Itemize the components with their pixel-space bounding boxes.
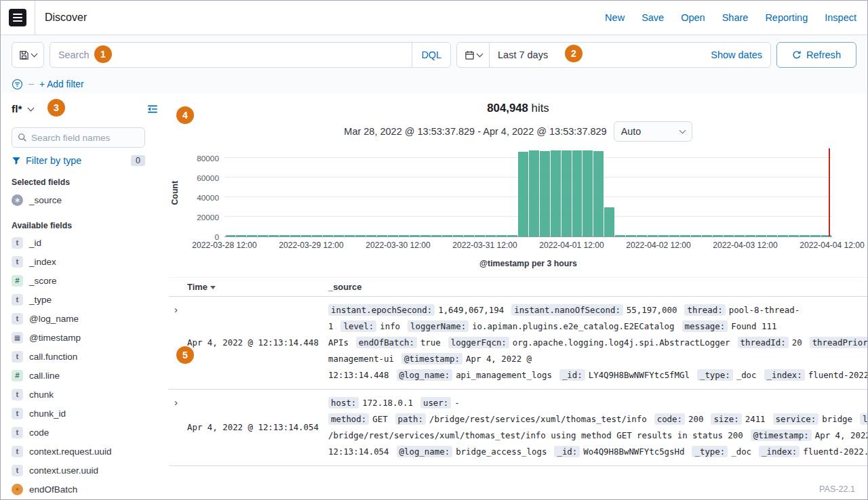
filter-by-type-button[interactable]: Filter by type 0	[12, 155, 145, 166]
saved-query-button[interactable]	[12, 42, 44, 68]
field-item[interactable]: t @log_name	[12, 309, 158, 328]
time-column-header[interactable]: Time	[187, 282, 328, 292]
histogram-bar[interactable]	[377, 235, 387, 236]
histogram-bar[interactable]	[583, 150, 593, 236]
histogram-bar[interactable]	[518, 152, 528, 236]
histogram-bar[interactable]	[323, 235, 333, 236]
histogram-bar[interactable]	[713, 235, 723, 236]
field-item[interactable]: # _score	[12, 271, 158, 290]
histogram-bar[interactable]	[486, 235, 496, 236]
histogram-bar[interactable]	[258, 235, 268, 236]
histogram-bar[interactable]	[236, 235, 246, 236]
histogram-bar[interactable]	[410, 235, 420, 236]
histogram-bar[interactable]	[756, 235, 766, 236]
histogram-bar[interactable]	[745, 235, 755, 236]
menu-icon[interactable]	[9, 9, 26, 26]
histogram-bar[interactable]	[551, 150, 561, 236]
histogram-bar[interactable]	[420, 235, 431, 236]
histogram-bar[interactable]	[290, 235, 300, 236]
field-item[interactable]: t context.request.uuid	[12, 442, 158, 461]
filter-circle-icon[interactable]	[12, 79, 23, 90]
refresh-button[interactable]: Refresh	[776, 42, 856, 68]
query-bar: DQL Last 7 days Show dates Refresh	[1, 35, 867, 75]
histogram-bar[interactable]	[226, 235, 236, 236]
histogram-bar[interactable]	[442, 235, 452, 236]
field-item[interactable]: ∗ _source	[12, 190, 158, 209]
histogram-bar[interactable]	[810, 235, 821, 236]
inspect-button[interactable]: Inspect	[825, 12, 856, 23]
query-language-button[interactable]: DQL	[412, 43, 450, 67]
hits-count-line: 804,948 hits	[169, 102, 867, 115]
histogram-bar[interactable]	[344, 235, 355, 236]
histogram-bar[interactable]	[572, 150, 583, 236]
search-icon	[18, 133, 27, 142]
field-item[interactable]: # call.line	[12, 366, 158, 385]
histogram-bar[interactable]	[691, 235, 701, 236]
histogram-bar[interactable]	[247, 235, 257, 236]
histogram-bar[interactable]	[388, 235, 398, 236]
histogram-bar[interactable]	[615, 235, 625, 236]
histogram-bar[interactable]	[366, 235, 376, 236]
field-item[interactable]: t context.user.uuid	[12, 461, 158, 480]
histogram-bar[interactable]	[269, 235, 279, 236]
field-item[interactable]: t _type	[12, 290, 158, 309]
histogram-bar[interactable]	[789, 235, 799, 236]
field-search-input[interactable]	[31, 133, 139, 143]
reporting-button[interactable]: Reporting	[765, 12, 808, 23]
add-filter-button[interactable]: + Add filter	[39, 79, 84, 89]
histogram-bar[interactable]	[475, 235, 485, 236]
histogram-bar[interactable]	[648, 235, 658, 236]
index-pattern-switcher[interactable]: fl*	[12, 103, 22, 115]
share-button[interactable]: Share	[722, 12, 749, 23]
collapse-sidebar-icon[interactable]	[147, 104, 158, 114]
histogram-bar[interactable]	[301, 235, 311, 236]
histogram-bar[interactable]	[561, 150, 572, 236]
histogram-bar[interactable]	[734, 235, 745, 236]
histogram-bar[interactable]	[593, 151, 604, 236]
histogram-bar[interactable]	[529, 150, 539, 236]
histogram-bar[interactable]	[626, 235, 636, 236]
histogram-bar[interactable]	[800, 235, 810, 236]
histogram-bar[interactable]	[279, 235, 290, 236]
field-item[interactable]: t _id	[12, 233, 158, 252]
histogram-bar[interactable]	[669, 235, 679, 236]
calendar-button[interactable]	[457, 43, 490, 67]
search-box: DQL	[50, 42, 451, 68]
new-button[interactable]: New	[605, 12, 625, 23]
histogram-bar[interactable]	[431, 235, 441, 236]
field-item[interactable]: t chunk	[12, 385, 158, 404]
histogram-bar[interactable]	[399, 235, 409, 236]
histogram-bar[interactable]	[680, 235, 690, 236]
field-item[interactable]: ● endOfBatch	[12, 480, 158, 499]
histogram-bar[interactable]	[507, 235, 517, 236]
histogram-bar[interactable]	[778, 235, 788, 236]
field-item[interactable]: t chunk_id	[12, 404, 158, 423]
histogram-bar[interactable]	[453, 235, 463, 236]
histogram-bar[interactable]	[312, 235, 322, 236]
open-button[interactable]: Open	[681, 12, 705, 23]
expand-row-icon[interactable]: ›	[174, 396, 178, 408]
interval-select[interactable]: Auto	[614, 121, 692, 142]
time-range-label[interactable]: Last 7 days	[498, 49, 548, 60]
histogram-bar[interactable]	[604, 207, 614, 236]
expand-row-icon[interactable]: ›	[174, 304, 178, 315]
field-item[interactable]: t _index	[12, 252, 158, 271]
field-item[interactable]: ▦ @timestamp	[12, 328, 158, 347]
field-item[interactable]: t call.function	[12, 347, 158, 366]
field-item[interactable]: t code	[12, 423, 158, 442]
histogram-bar[interactable]	[658, 235, 669, 236]
histogram-bar[interactable]	[767, 235, 777, 236]
histogram-bar[interactable]	[464, 235, 474, 236]
show-dates-button[interactable]: Show dates	[711, 49, 770, 60]
histogram-bar[interactable]	[496, 235, 507, 236]
histogram-bar[interactable]	[724, 235, 734, 236]
field-type-icon: t	[12, 408, 23, 419]
search-input[interactable]	[50, 49, 412, 60]
histogram-bar[interactable]	[702, 235, 712, 236]
save-button[interactable]: Save	[642, 12, 664, 23]
histogram-bar[interactable]	[334, 235, 344, 236]
histogram-bar[interactable]	[355, 235, 366, 236]
chevron-down-icon[interactable]	[27, 104, 34, 111]
histogram-bar[interactable]	[637, 235, 647, 236]
histogram-bar[interactable]	[540, 151, 550, 236]
